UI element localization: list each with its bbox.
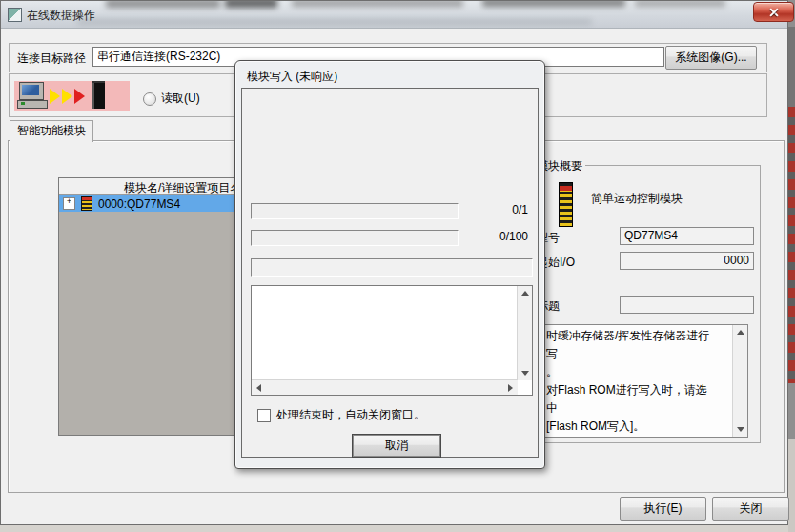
module-row-label: 0000:QD77MS4 xyxy=(98,197,180,211)
monitor-screen xyxy=(22,85,39,95)
module-write-dialog: 模块写入 (未响应) 0/1 0/100 处理结束时，自动关闭窗口。 xyxy=(234,60,545,469)
module-icon xyxy=(81,196,92,211)
description-line: 。 xyxy=(546,363,718,381)
scroll-right-icon[interactable] xyxy=(508,384,513,392)
status-field xyxy=(251,258,533,277)
glass-blur-artifact xyxy=(635,1,725,7)
module-write-panel: 0/1 0/100 处理结束时，自动关闭窗口。 取消 xyxy=(241,88,539,458)
scroll-left-icon[interactable] xyxy=(256,384,261,392)
module-progress-count: 0/1 xyxy=(512,203,528,216)
description-line: [Flash ROM写入]。 xyxy=(546,418,718,436)
background-light-shade xyxy=(788,439,795,532)
window-title: 在线数据操作 xyxy=(27,8,95,24)
description-text: 时缓冲存储器/挥发性存储器进行写 。 对Flash ROM进行写入时，请选中 [… xyxy=(546,327,718,436)
scroll-down-icon[interactable] xyxy=(521,371,529,376)
execute-button[interactable]: 执行(E) xyxy=(620,497,706,521)
read-radio-label: 读取(U) xyxy=(161,91,200,107)
auto-close-row: 处理结束时，自动关闭窗口。 xyxy=(257,407,425,423)
step-progress-bar xyxy=(251,230,459,246)
close-dialog-button[interactable]: 关闭 xyxy=(712,497,789,521)
module-overview-group: 模块概要 简单运动控制模块 型号 QD77MS4 起始I/O 0000 标题 时… xyxy=(529,165,761,443)
background-red-stripes xyxy=(788,107,795,383)
scroll-down-icon[interactable] xyxy=(737,427,744,432)
arrow-right-icon xyxy=(62,89,72,104)
read-radio[interactable] xyxy=(143,92,156,106)
arrow-right-icon xyxy=(74,89,85,104)
start-io-field: 0000 xyxy=(620,252,754,270)
background-window-sliver xyxy=(788,0,795,532)
module-icon xyxy=(559,182,573,227)
glass-blur-artifact xyxy=(482,1,625,7)
tab-intelligent-function-module[interactable]: 智能功能模块 xyxy=(10,120,93,142)
glass-blur-artifact xyxy=(225,1,277,8)
close-icon[interactable] xyxy=(753,2,794,22)
description-line: 时缓冲存储器/挥发性存储器进行写 xyxy=(546,327,718,363)
auto-close-label: 处理结束时，自动关闭窗口。 xyxy=(276,407,425,423)
cancel-button[interactable]: 取消 xyxy=(353,435,440,457)
auto-close-checkbox[interactable] xyxy=(257,409,271,422)
arrow-right-icon xyxy=(50,89,60,104)
scroll-up-icon[interactable] xyxy=(521,291,529,296)
module-type-text: 简单运动控制模块 xyxy=(591,191,683,207)
vertical-scrollbar[interactable] xyxy=(517,286,532,380)
plc-module-icon xyxy=(92,83,105,109)
window-icon xyxy=(8,8,22,22)
vertical-scrollbar[interactable] xyxy=(732,325,747,437)
expand-plus-icon[interactable]: + xyxy=(63,197,75,210)
model-field: QD77MS4 xyxy=(620,227,754,245)
module-progress-bar xyxy=(251,203,459,219)
read-radio-row: 读取(U) xyxy=(143,91,200,107)
computer-icon xyxy=(17,82,48,110)
log-listbox[interactable] xyxy=(251,285,533,396)
title-field xyxy=(620,296,754,314)
connection-path-label: 连接目标路径 xyxy=(17,51,86,67)
background-shade xyxy=(788,27,795,107)
description-box: 时缓冲存储器/挥发性存储器进行写 。 对Flash ROM进行写入时，请选中 [… xyxy=(541,324,748,438)
horizontal-scrollbar[interactable] xyxy=(252,379,518,395)
screen: 在线数据操作 连接目标路径 串行通信连接(RS-232C) 系统图像(G)... xyxy=(0,0,795,532)
glass-blur-artifact xyxy=(292,1,463,7)
computer-led xyxy=(21,102,25,105)
step-progress-count: 0/100 xyxy=(499,230,528,243)
description-line: 对Flash ROM进行写入时，请选中 xyxy=(546,381,718,418)
scroll-up-icon[interactable] xyxy=(737,330,744,335)
module-list-header-label: 模块名/详细设置项目名 xyxy=(124,180,241,196)
transfer-direction-graphic xyxy=(14,81,130,111)
glass-blur-artifact xyxy=(106,1,220,8)
title-bar: 在线数据操作 xyxy=(1,1,787,29)
glass-blur-artifact xyxy=(77,19,592,25)
module-write-title: 模块写入 (未响应) xyxy=(247,69,337,85)
system-image-button[interactable]: 系统图像(G)... xyxy=(665,46,757,70)
